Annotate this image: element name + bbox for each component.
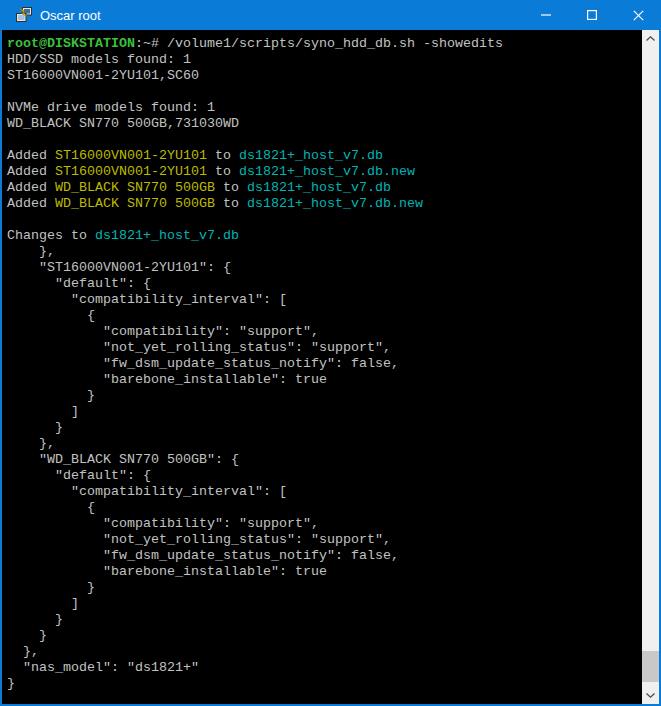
terminal-line: "fw_dsm_update_status_notify": false,: [7, 548, 642, 564]
terminal-line: "ST16000VN001-2YU101": {: [7, 260, 642, 276]
terminal-line: }: [7, 628, 642, 644]
terminal-line: ]: [7, 404, 642, 420]
terminal-line: "compatibility": "support",: [7, 516, 642, 532]
terminal-line: {: [7, 500, 642, 516]
terminal-line: },: [7, 244, 642, 260]
terminal-line: Changes to ds1821+_host_v7.db: [7, 228, 642, 244]
terminal-line: [7, 212, 642, 228]
chevron-up-icon: [646, 36, 655, 41]
minimize-button[interactable]: [523, 0, 569, 30]
terminal-line: }: [7, 420, 642, 436]
terminal-line: "not_yet_rolling_status": "support",: [7, 532, 642, 548]
terminal-line: ]: [7, 596, 642, 612]
terminal-line: [7, 132, 642, 148]
terminal-line: },: [7, 644, 642, 660]
terminal-line: },: [7, 436, 642, 452]
putty-window: Oscar root root@DISKSTATION:~# /: [0, 0, 661, 706]
window-title: Oscar root: [40, 8, 523, 23]
terminal-line: [7, 84, 642, 100]
scroll-down-button[interactable]: [642, 687, 659, 704]
terminal-line: "default": {: [7, 468, 642, 484]
terminal-line: "WD_BLACK SN770 500GB": {: [7, 452, 642, 468]
terminal-line: "fw_dsm_update_status_notify": false,: [7, 356, 642, 372]
terminal-line: Added ST16000VN001-2YU101 to ds1821+_hos…: [7, 164, 642, 180]
terminal-line: "not_yet_rolling_status": "support",: [7, 340, 642, 356]
terminal-line: Added WD_BLACK SN770 500GB to ds1821+_ho…: [7, 196, 642, 212]
close-icon: [633, 10, 644, 21]
terminal-line: "default": {: [7, 276, 642, 292]
maximize-button[interactable]: [569, 0, 615, 30]
terminal-line: {: [7, 308, 642, 324]
maximize-icon: [587, 10, 597, 20]
terminal-line: }: [7, 580, 642, 596]
close-button[interactable]: [615, 0, 661, 30]
terminal-output: root@DISKSTATION:~# /volume1/scripts/syn…: [7, 36, 642, 692]
minimize-icon: [541, 10, 551, 20]
title-bar[interactable]: Oscar root: [0, 0, 661, 30]
terminal-line: root@DISKSTATION:~# /volume1/scripts/syn…: [7, 36, 642, 52]
scrollbar-thumb[interactable]: [642, 651, 659, 682]
terminal-line: Added WD_BLACK SN770 500GB to ds1821+_ho…: [7, 180, 642, 196]
terminal-line: HDD/SSD models found: 1: [7, 52, 642, 68]
scroll-up-button[interactable]: [642, 30, 659, 47]
terminal-line: "barebone_installable": true: [7, 564, 642, 580]
terminal-line: WD_BLACK SN770 500GB,731030WD: [7, 116, 642, 132]
terminal-line: NVMe drive models found: 1: [7, 100, 642, 116]
terminal-line: ST16000VN001-2YU101,SC60: [7, 68, 642, 84]
terminal-line: }: [7, 612, 642, 628]
putty-terminal-icon[interactable]: [16, 7, 32, 23]
terminal-line: "nas_model": "ds1821+": [7, 660, 642, 676]
window-client-area: root@DISKSTATION:~# /volume1/scripts/syn…: [2, 30, 659, 704]
terminal-line: "barebone_installable": true: [7, 372, 642, 388]
terminal-line: "compatibility": "support",: [7, 324, 642, 340]
caption-buttons: [523, 0, 661, 30]
terminal-line: }: [7, 388, 642, 404]
chevron-down-icon: [646, 693, 655, 698]
terminal-line: Added ST16000VN001-2YU101 to ds1821+_hos…: [7, 148, 642, 164]
terminal-line: "compatibility_interval": [: [7, 292, 642, 308]
scrollbar[interactable]: [642, 30, 659, 704]
terminal-screen[interactable]: root@DISKSTATION:~# /volume1/scripts/syn…: [2, 30, 642, 704]
terminal-line: "compatibility_interval": [: [7, 484, 642, 500]
terminal-line: }: [7, 676, 642, 692]
